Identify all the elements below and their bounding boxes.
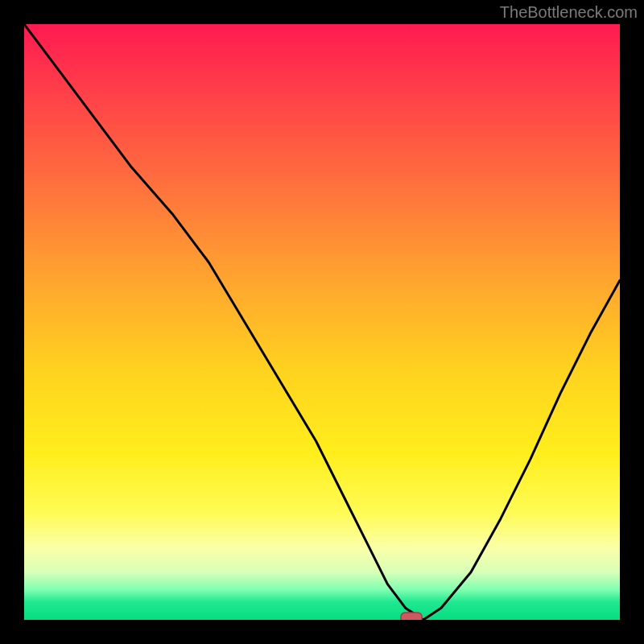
chart-frame: TheBottleneck.com [0, 0, 644, 644]
bottleneck-curve [24, 24, 620, 620]
plot-area [24, 24, 620, 620]
chart-svg [24, 24, 620, 620]
watermark-text: TheBottleneck.com [500, 3, 638, 22]
optimal-marker [401, 613, 422, 620]
